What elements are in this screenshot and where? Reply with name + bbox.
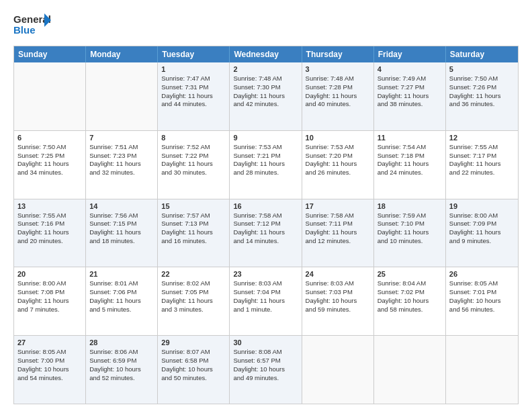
sunrise-line: Sunrise: 7:59 AM [378,212,442,220]
sunset-line: Sunset: 7:31 PM [161,83,226,92]
day-cell-1: 1Sunrise: 7:47 AMSunset: 7:31 PMDaylight… [158,62,230,130]
daylight-line: and 50 minutes. [161,374,226,383]
daylight-line: Daylight: 11 hours [306,160,370,169]
day-number: 26 [449,270,515,278]
daylight-line: and 34 minutes. [17,169,82,177]
sunrise-line: Sunrise: 7:48 AM [306,75,370,83]
header-day-monday: Monday [86,46,158,62]
empty-cell [446,336,518,404]
day-number: 25 [378,270,442,278]
daylight-line: and 44 minutes. [161,100,226,109]
daylight-line: Daylight: 11 hours [161,228,226,237]
daylight-line: and 14 minutes. [233,237,298,246]
day-number: 30 [233,338,298,347]
day-cell-25: 25Sunrise: 8:04 AMSunset: 7:02 PMDayligh… [374,267,446,335]
sunset-line: Sunset: 7:27 PM [378,83,442,92]
sunrise-line: Sunrise: 8:05 AM [17,348,82,357]
sunset-line: Sunset: 7:05 PM [161,288,226,297]
calendar-row-4: 27Sunrise: 8:05 AMSunset: 7:00 PMDayligh… [14,335,518,404]
day-cell-16: 16Sunrise: 7:58 AMSunset: 7:12 PMDayligh… [230,199,302,267]
day-number: 8 [161,134,226,142]
day-cell-4: 4Sunrise: 7:49 AMSunset: 7:27 PMDaylight… [374,62,446,130]
day-number: 12 [449,134,515,142]
daylight-line: Daylight: 10 hours [378,297,442,306]
day-cell-14: 14Sunrise: 7:56 AMSunset: 7:15 PMDayligh… [86,199,158,267]
sunrise-line: Sunrise: 8:05 AM [449,279,515,288]
daylight-line: and 52 minutes. [89,374,154,383]
sunset-line: Sunset: 7:13 PM [161,220,226,228]
sunrise-line: Sunrise: 8:04 AM [378,279,442,288]
daylight-line: Daylight: 11 hours [233,228,298,237]
sunrise-line: Sunrise: 8:06 AM [89,348,154,357]
daylight-line: and 10 minutes. [378,237,442,246]
sunset-line: Sunset: 7:26 PM [449,83,515,92]
daylight-line: Daylight: 11 hours [306,92,370,101]
daylight-line: and 20 minutes. [17,237,82,246]
daylight-line: and 16 minutes. [161,237,226,246]
header-day-saturday: Saturday [446,46,518,62]
empty-cell [14,62,86,130]
daylight-line: and 54 minutes. [17,374,82,383]
header-day-thursday: Thursday [302,46,374,62]
sunrise-line: Sunrise: 7:54 AM [378,143,442,152]
day-number: 4 [378,65,442,73]
day-cell-21: 21Sunrise: 8:01 AMSunset: 7:06 PMDayligh… [86,267,158,335]
sunrise-line: Sunrise: 7:52 AM [161,143,226,152]
sunrise-line: Sunrise: 8:00 AM [17,279,82,288]
daylight-line: Daylight: 11 hours [161,92,226,101]
day-cell-7: 7Sunrise: 7:51 AMSunset: 7:23 PMDaylight… [86,131,158,199]
daylight-line: and 36 minutes. [449,100,515,109]
calendar-header: SundayMondayTuesdayWednesdayThursdayFrid… [14,46,518,62]
empty-cell [302,336,374,404]
day-number: 2 [233,65,298,73]
daylight-line: Daylight: 11 hours [89,297,154,306]
sunset-line: Sunset: 7:16 PM [17,220,82,228]
page-header: General Blue [13,11,519,39]
daylight-line: and 1 minute. [233,306,298,314]
sunrise-line: Sunrise: 7:51 AM [89,143,154,152]
sunset-line: Sunset: 7:30 PM [233,83,298,92]
sunset-line: Sunset: 7:08 PM [17,288,82,297]
daylight-line: and 5 minutes. [89,306,154,314]
sunrise-line: Sunrise: 7:50 AM [449,75,515,83]
day-number: 28 [89,338,154,347]
day-number: 7 [89,134,154,142]
day-number: 9 [233,134,298,142]
sunset-line: Sunset: 7:17 PM [449,152,515,161]
daylight-line: Daylight: 10 hours [233,365,298,374]
header-day-sunday: Sunday [14,46,86,62]
sunset-line: Sunset: 7:23 PM [89,152,154,161]
daylight-line: and 59 minutes. [306,306,370,314]
sunrise-line: Sunrise: 7:47 AM [161,75,226,83]
sunset-line: Sunset: 7:12 PM [233,220,298,228]
sunrise-line: Sunrise: 8:00 AM [449,212,515,220]
day-number: 11 [378,134,442,142]
sunset-line: Sunset: 7:18 PM [378,152,442,161]
daylight-line: Daylight: 11 hours [306,228,370,237]
sunset-line: Sunset: 7:11 PM [306,220,370,228]
daylight-line: Daylight: 11 hours [449,160,515,169]
day-number: 24 [306,270,370,278]
day-number: 16 [233,202,298,210]
daylight-line: Daylight: 11 hours [89,228,154,237]
day-number: 20 [17,270,82,278]
sunset-line: Sunset: 7:00 PM [17,357,82,365]
daylight-line: and 22 minutes. [449,169,515,177]
daylight-line: Daylight: 11 hours [89,160,154,169]
day-number: 1 [161,65,226,73]
daylight-line: Daylight: 11 hours [161,297,226,306]
day-cell-29: 29Sunrise: 8:07 AMSunset: 6:58 PMDayligh… [158,336,230,404]
day-cell-11: 11Sunrise: 7:54 AMSunset: 7:18 PMDayligh… [374,131,446,199]
header-day-tuesday: Tuesday [158,46,230,62]
daylight-line: and 9 minutes. [449,237,515,246]
empty-cell [86,62,158,130]
svg-text:Blue: Blue [13,24,36,36]
daylight-line: Daylight: 11 hours [17,228,82,237]
day-cell-8: 8Sunrise: 7:52 AMSunset: 7:22 PMDaylight… [158,131,230,199]
day-number: 14 [89,202,154,210]
sunrise-line: Sunrise: 8:01 AM [89,279,154,288]
daylight-line: and 18 minutes. [89,237,154,246]
calendar-row-1: 6Sunrise: 7:50 AMSunset: 7:25 PMDaylight… [14,130,518,199]
daylight-line: and 30 minutes. [161,169,226,177]
daylight-line: Daylight: 11 hours [233,297,298,306]
